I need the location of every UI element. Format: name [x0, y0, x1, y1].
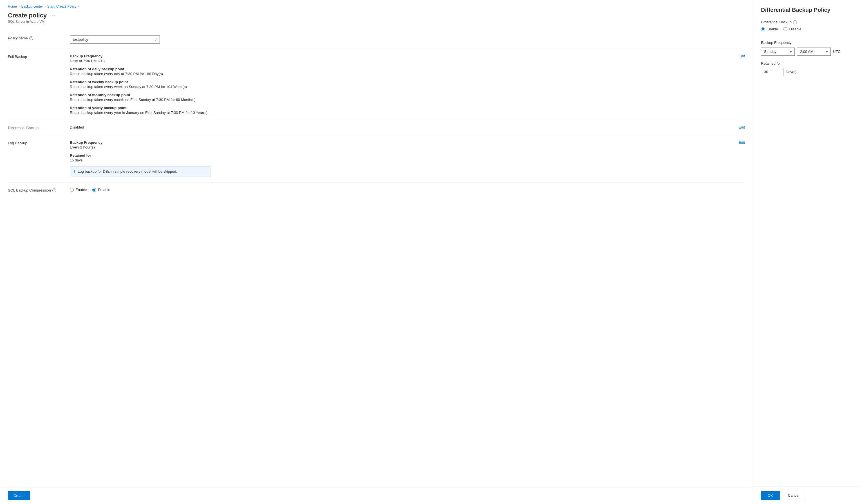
- log-info-text: Log backup for DBs in simple recovery mo…: [78, 169, 177, 174]
- sql-compression-enable-radio[interactable]: Enable: [70, 188, 87, 192]
- retained-for-input[interactable]: [761, 68, 784, 76]
- cancel-button[interactable]: Cancel: [782, 491, 805, 500]
- diff-backup-enable-label: Enable: [766, 27, 778, 31]
- retention-yearly-value: Retain backup taken every year in Januar…: [70, 110, 733, 115]
- log-backup-label: Log Backup: [8, 140, 64, 145]
- differential-backup-panel-section: Differential Backup i Enable Disable: [761, 20, 852, 31]
- diff-backup-enable-radio[interactable]: Enable: [761, 27, 778, 31]
- backup-frequency-dropdown-row: Sunday Monday Tuesday Wednesday Thursday…: [761, 47, 852, 56]
- page-title-row: Create policy ···: [8, 12, 745, 19]
- policy-name-input[interactable]: [70, 35, 160, 44]
- sql-compression-info-icon: i: [52, 189, 56, 192]
- full-backup-retention-daily: Retention of daily backup point Retain b…: [70, 67, 733, 76]
- breadcrumb-sep-1: ›: [18, 5, 20, 8]
- full-backup-content: Backup Frequency Daily at 7:30 PM UTC Re…: [70, 54, 745, 115]
- log-backup-retained-value: 15 days: [70, 158, 733, 162]
- retention-daily-value: Retain backup taken every day at 7:30 PM…: [70, 72, 733, 76]
- full-backup-retention-yearly: Retention of yearly backup point Retain …: [70, 106, 733, 115]
- right-bottom-bar: OK Cancel: [753, 487, 860, 504]
- diff-backup-radio-group: Enable Disable: [761, 27, 852, 31]
- log-backup-content: Backup Frequency Every 2 hour(s) Retaine…: [70, 140, 745, 177]
- diff-backup-enable-input[interactable]: [761, 27, 765, 31]
- full-backup-frequency-value: Daily at 7:30 PM UTC: [70, 59, 733, 63]
- days-label: Day(s): [786, 70, 797, 74]
- breadcrumb: Home › Backup center › Start: Create Pol…: [8, 4, 745, 9]
- right-panel-content: Differential Backup Policy Differential …: [753, 0, 860, 487]
- retained-for-panel-section: Retained for Day(s): [761, 61, 852, 76]
- right-panel: Differential Backup Policy Differential …: [753, 0, 860, 504]
- policy-name-section: Policy name i ✓: [8, 30, 745, 49]
- log-backup-retained-item: Retained for 15 days: [70, 153, 733, 162]
- retention-weekly-title: Retention of weekly backup point: [70, 80, 733, 84]
- differential-backup-edit-link[interactable]: Edit: [739, 125, 745, 129]
- main-panel: Home › Backup center › Start: Create Pol…: [0, 0, 753, 504]
- log-info-icon: ℹ: [74, 169, 75, 174]
- full-backup-details: Backup Frequency Daily at 7:30 PM UTC Re…: [70, 54, 733, 115]
- sql-compression-content: Enable Disable: [70, 188, 745, 192]
- sql-compression-disable-label: Disable: [98, 188, 110, 192]
- breadcrumb-home[interactable]: Home: [8, 4, 17, 9]
- sql-compression-label: SQL Backup Compression i: [8, 188, 64, 192]
- sql-compression-disable-radio[interactable]: Disable: [92, 188, 110, 192]
- full-backup-frequency-item: Backup Frequency Daily at 7:30 PM UTC: [70, 54, 733, 63]
- panel-divider-1: [761, 37, 852, 37]
- diff-backup-disable-input[interactable]: [784, 27, 787, 31]
- differential-backup-row: Disabled Edit: [70, 125, 745, 129]
- backup-frequency-panel-section: Backup Frequency Sunday Monday Tuesday W…: [761, 41, 852, 56]
- sql-compression-enable-input[interactable]: [70, 188, 74, 192]
- retention-daily-title: Retention of daily backup point: [70, 67, 733, 71]
- full-backup-retention-monthly: Retention of monthly backup point Retain…: [70, 93, 733, 102]
- breadcrumb-start-create[interactable]: Start: Create Policy: [47, 4, 76, 9]
- log-backup-retained-title: Retained for: [70, 153, 733, 158]
- log-backup-frequency-title: Backup Frequency: [70, 140, 733, 145]
- right-panel-title: Differential Backup Policy: [761, 7, 852, 13]
- full-backup-frequency-title: Backup Frequency: [70, 54, 733, 58]
- retention-weekly-value: Retain backup taken every week on Sunday…: [70, 85, 733, 89]
- sql-compression-disable-input[interactable]: [92, 188, 96, 192]
- diff-backup-disable-radio[interactable]: Disable: [784, 27, 801, 31]
- page-title: Create policy: [8, 12, 47, 19]
- policy-name-field-col: ✓: [70, 35, 745, 44]
- differential-backup-section: Differential Backup Disabled Edit: [8, 120, 745, 135]
- differential-backup-panel-label: Differential Backup i: [761, 20, 852, 24]
- retained-for-row: Day(s): [761, 68, 852, 76]
- differential-backup-status: Disabled: [70, 125, 84, 129]
- full-backup-retention-weekly: Retention of weekly backup point Retain …: [70, 80, 733, 89]
- page-subtitle: SQL Server in Azure VM: [8, 20, 745, 24]
- diff-backup-disable-label: Disable: [789, 27, 801, 31]
- policy-name-info-icon: i: [29, 36, 33, 40]
- retained-for-label: Retained for: [761, 61, 852, 65]
- log-backup-details: Backup Frequency Every 2 hour(s) Retaine…: [70, 140, 733, 177]
- log-backup-frequency-value: Every 2 hour(s): [70, 145, 733, 149]
- sql-compression-enable-label: Enable: [75, 188, 87, 192]
- log-backup-frequency-item: Backup Frequency Every 2 hour(s): [70, 140, 733, 149]
- full-backup-section: Full Backup Backup Frequency Daily at 7:…: [8, 49, 745, 120]
- log-backup-edit-link[interactable]: Edit: [739, 140, 745, 145]
- full-backup-label: Full Backup: [8, 54, 64, 59]
- policy-name-label: Policy name i: [8, 35, 64, 40]
- main-content: Home › Backup center › Start: Create Pol…: [0, 0, 753, 487]
- policy-name-check-icon: ✓: [154, 38, 158, 42]
- differential-backup-content: Disabled Edit: [70, 125, 745, 129]
- retention-yearly-title: Retention of yearly backup point: [70, 106, 733, 110]
- policy-name-input-wrapper: ✓: [70, 35, 160, 44]
- more-options-button[interactable]: ···: [49, 13, 57, 18]
- sql-compression-section: SQL Backup Compression i Enable Disable: [8, 182, 745, 197]
- retention-monthly-value: Retain backup taken every month on First…: [70, 98, 733, 102]
- log-backup-section: Log Backup Backup Frequency Every 2 hour…: [8, 135, 745, 182]
- day-select[interactable]: Sunday Monday Tuesday Wednesday Thursday…: [761, 47, 795, 56]
- full-backup-edit-link[interactable]: Edit: [739, 54, 745, 58]
- utc-label: UTC: [833, 49, 841, 54]
- differential-backup-label: Differential Backup: [8, 125, 64, 130]
- retention-monthly-title: Retention of monthly backup point: [70, 93, 733, 97]
- breadcrumb-backup-center[interactable]: Backup center: [22, 4, 43, 9]
- ok-button[interactable]: OK: [761, 491, 780, 500]
- log-backup-row: Backup Frequency Every 2 hour(s) Retaine…: [70, 140, 745, 177]
- bottom-bar: Create: [0, 487, 753, 504]
- breadcrumb-sep-2: ›: [44, 5, 46, 8]
- create-button[interactable]: Create: [8, 491, 30, 500]
- full-backup-row: Backup Frequency Daily at 7:30 PM UTC Re…: [70, 54, 745, 115]
- backup-frequency-panel-label: Backup Frequency: [761, 41, 852, 45]
- log-info-box: ℹ Log backup for DBs in simple recovery …: [70, 166, 211, 177]
- time-select[interactable]: 12:00 AM 1:00 AM 2:00 AM 3:00 AM 4:00 AM…: [797, 47, 831, 56]
